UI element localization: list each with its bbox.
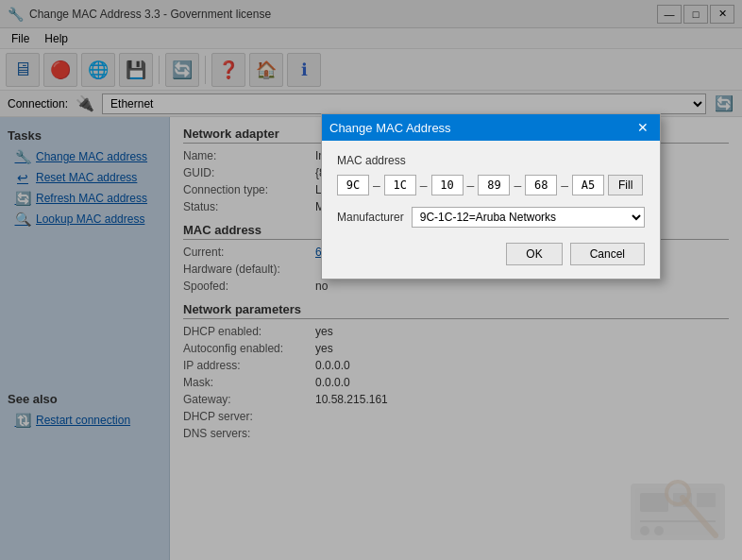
mac-input-row: – – – – – Fill — [337, 175, 645, 195]
overlay-backdrop — [0, 0, 742, 560]
dialog-cancel-button[interactable]: Cancel — [570, 243, 645, 265]
dialog-body: MAC address – – – – – Fill Manufacturer … — [322, 141, 660, 279]
change-mac-dialog: Change MAC Address ✕ MAC address – – – –… — [321, 113, 661, 280]
mac-octet-6[interactable] — [572, 175, 604, 195]
dialog-title: Change MAC Address — [329, 121, 451, 135]
mac-sep-2: – — [420, 178, 428, 193]
manufacturer-label: Manufacturer — [337, 211, 404, 224]
mac-sep-3: – — [467, 178, 475, 193]
mac-sep-1: – — [373, 178, 380, 193]
dialog-title-bar: Change MAC Address ✕ — [322, 114, 660, 141]
mac-sep-4: – — [514, 178, 521, 193]
dialog-buttons: OK Cancel — [337, 243, 645, 265]
dialog-mac-section-label: MAC address — [337, 154, 645, 167]
fill-button[interactable]: Fill — [608, 175, 643, 195]
manufacturer-select[interactable]: 9C-1C-12=Aruba Networks 00-11-22=Test Co… — [412, 207, 645, 228]
manufacturer-row: Manufacturer 9C-1C-12=Aruba Networks 00-… — [337, 207, 645, 228]
dialog-ok-button[interactable]: OK — [506, 243, 562, 265]
mac-octet-1[interactable] — [337, 175, 369, 195]
mac-sep-5: – — [561, 178, 568, 193]
mac-octet-4[interactable] — [478, 175, 510, 195]
dialog-close-button[interactable]: ✕ — [633, 118, 652, 137]
mac-octet-3[interactable] — [431, 175, 464, 195]
mac-octet-5[interactable] — [525, 175, 557, 195]
mac-octet-2[interactable] — [384, 175, 416, 195]
